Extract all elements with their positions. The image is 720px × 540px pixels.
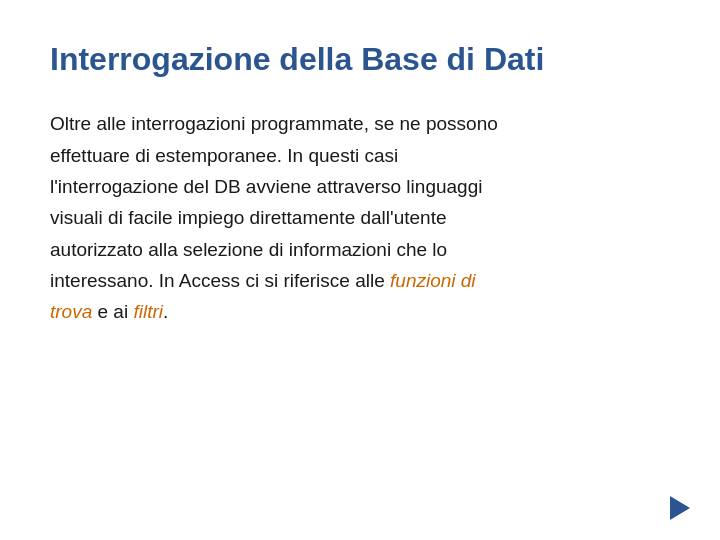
text-funzioni-di: funzioni di [390,270,476,291]
text-line3: l'interrogazione del DB avviene attraver… [50,176,482,197]
text-line5: autorizzato alla selezione di informazio… [50,239,447,260]
text-trova: trova [50,301,92,322]
body-text: Oltre alle interrogazioni programmate, s… [50,108,670,327]
slide-title: Interrogazione della Base di Dati [50,40,670,78]
text-period: . [163,301,168,322]
text-line4: visuali di facile impiego direttamente d… [50,207,447,228]
text-line2: effettuare di estemporanee. In questi ca… [50,145,398,166]
text-filtri: filtri [133,301,163,322]
slide: Interrogazione della Base di Dati Oltre … [0,0,720,540]
text-line6-before: interessano. In Access ci si riferisce a… [50,270,390,291]
text-line1: Oltre alle interrogazioni programmate, s… [50,113,498,134]
next-arrow-icon[interactable] [670,496,690,520]
text-e-ai: e ai [92,301,133,322]
